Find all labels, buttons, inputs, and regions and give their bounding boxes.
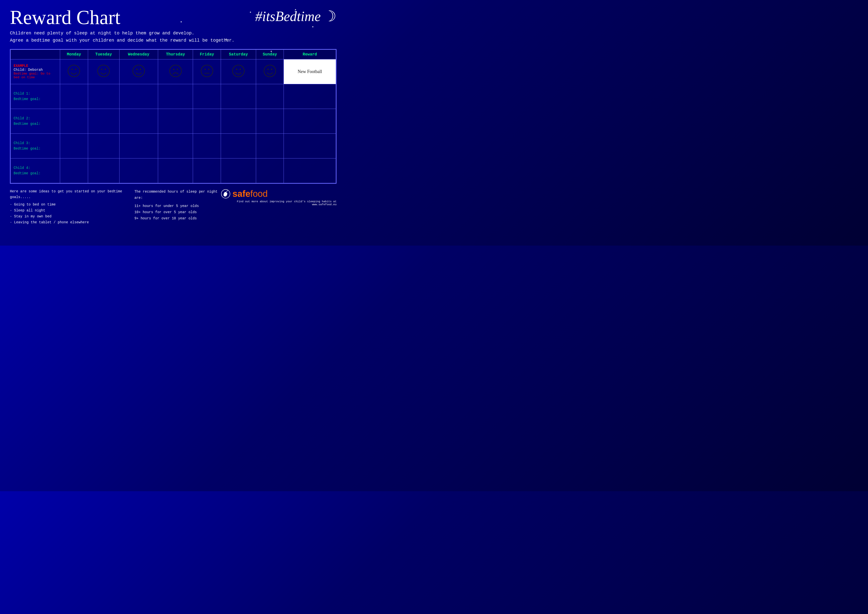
child1-info-cell: Child 1: Bedtime goal: [11, 84, 60, 109]
child1-reward [284, 84, 336, 109]
example-monday-cell [60, 59, 88, 84]
child3-row: Child 3: Bedtime goal: [11, 134, 336, 158]
table-header-row: Monday Tuesday Wednesday Thursday Friday… [11, 50, 336, 59]
example-info-cell: EXAMPLE Child: Deborah Bedtime goal: Go … [11, 59, 60, 84]
svg-point-3 [98, 65, 110, 77]
col-header-thursday: Thursday [158, 50, 193, 59]
subtitle-block: Children need plenty of sleep at night t… [10, 30, 336, 44]
happy-face-wednesday [132, 64, 146, 78]
reward-table: Monday Tuesday Wednesday Thursday Friday… [10, 50, 336, 183]
child4-sunday [256, 158, 284, 183]
child4-saturday [221, 158, 256, 183]
child2-wednesday [119, 109, 158, 134]
child2-label: Child 2: [14, 117, 58, 120]
child3-reward [284, 134, 336, 158]
child3-monday [60, 134, 88, 158]
child4-monday [60, 158, 88, 183]
child2-goal: Bedtime goal: [14, 122, 58, 126]
happy-face-tuesday [97, 64, 110, 78]
example-tuesday-cell [88, 59, 119, 84]
moon-icon: ☽ [323, 8, 336, 25]
example-goal: Bedtime goal: Go to bed on time [14, 72, 58, 79]
child2-tuesday [88, 109, 119, 134]
svg-point-2 [75, 68, 76, 70]
idea-1: · Going to bed on time [10, 202, 134, 208]
svg-point-10 [173, 68, 174, 70]
example-friday-cell [193, 59, 221, 84]
child1-friday [193, 84, 221, 109]
example-sunday-cell [256, 59, 284, 84]
child4-reward [284, 158, 336, 183]
sleep-hours-2: 10+ hours for over 5 year olds [134, 209, 220, 215]
svg-point-21 [271, 68, 273, 70]
child4-goal: Bedtime goal: [14, 171, 58, 175]
child2-row: Child 2: Bedtime goal: [11, 109, 336, 134]
child2-sunday [256, 109, 284, 134]
footer-website: Find out more about improving your child… [221, 200, 336, 206]
child1-tuesday [88, 84, 119, 109]
sleep-title: The recommended hours of sleep per night… [134, 189, 220, 201]
happy-face-monday [67, 64, 81, 78]
col-header-saturday: Saturday [221, 50, 256, 59]
child1-row: Child 1: Bedtime goal: [11, 84, 336, 109]
safefood-logo-icon [221, 189, 231, 199]
child3-label: Child 3: [14, 141, 58, 145]
child1-saturday [221, 84, 256, 109]
svg-point-13 [205, 68, 206, 70]
child4-thursday [158, 158, 193, 183]
svg-point-18 [240, 68, 241, 70]
child3-info-cell: Child 3: Bedtime goal: [11, 134, 60, 158]
child1-sunday [256, 84, 284, 109]
svg-point-20 [267, 68, 269, 70]
svg-point-11 [177, 68, 178, 70]
hashtag-text: #itsBedtime [255, 8, 321, 24]
child3-tuesday [88, 134, 119, 158]
example-reward-text: New Football [295, 67, 325, 76]
example-child: Child: Deborah [14, 68, 58, 72]
col-header-sunday: Sunday [256, 50, 284, 59]
child2-thursday [158, 109, 193, 134]
col-header-reward: Reward [284, 50, 336, 59]
subtitle-line1: Children need plenty of sleep at night t… [10, 30, 336, 37]
col-header-wednesday: Wednesday [119, 50, 158, 59]
child1-thursday [158, 84, 193, 109]
col-header-monday: Monday [60, 50, 88, 59]
svg-point-16 [232, 65, 245, 77]
idea-2: · Sleep all night [10, 208, 134, 214]
hashtag-block: #itsBedtime ☽ [255, 8, 336, 25]
footer-logo: safefood Find out more about improving y… [221, 189, 336, 206]
footer-ideas: Here are some ideas to get you started o… [10, 189, 134, 225]
child4-wednesday [119, 158, 158, 183]
col-header-empty [11, 50, 60, 59]
example-reward-cell: New Football [284, 59, 336, 84]
example-thursday-cell [158, 59, 193, 84]
svg-point-17 [236, 68, 237, 70]
subtitle-line2: Agree a bedtime goal with your children … [10, 37, 336, 44]
child1-label: Child 1: [14, 92, 58, 96]
svg-point-6 [133, 65, 144, 77]
idea-4: · Leaving the tablet / phone elsewhere [10, 219, 134, 225]
child3-sunday [256, 134, 284, 158]
svg-point-12 [201, 65, 213, 77]
child3-thursday [158, 134, 193, 158]
page-footer: Here are some ideas to get you started o… [10, 189, 336, 225]
example-row: EXAMPLE Child: Deborah Bedtime goal: Go … [11, 59, 336, 84]
svg-point-0 [68, 65, 80, 77]
sad-face-thursday [169, 64, 182, 78]
child2-info-cell: Child 2: Bedtime goal: [11, 109, 60, 134]
safefood-text: safefood [232, 189, 268, 199]
idea-3: · Stay in my own bed [10, 214, 134, 219]
child3-saturday [221, 134, 256, 158]
ideas-title: Here are some ideas to get you started o… [10, 189, 134, 201]
svg-point-5 [105, 68, 106, 70]
footer-sleep: The recommended hours of sleep per night… [134, 189, 220, 222]
child3-wednesday [119, 134, 158, 158]
col-header-tuesday: Tuesday [88, 50, 119, 59]
svg-point-1 [71, 68, 73, 70]
title-block: Reward Chart [10, 8, 121, 27]
happy-face-saturday [232, 64, 245, 78]
child4-label: Child 4: [14, 166, 58, 170]
child2-reward [284, 109, 336, 134]
example-label: EXAMPLE [14, 64, 58, 68]
safefood-logo-block: safefood [221, 189, 336, 199]
